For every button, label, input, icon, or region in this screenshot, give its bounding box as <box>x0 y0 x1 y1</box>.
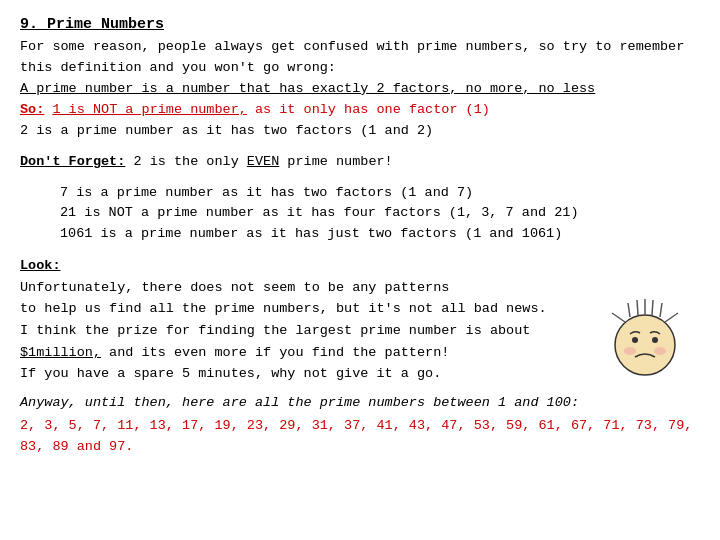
svg-point-2 <box>652 337 658 343</box>
prime-numbers: 2, 3, 5, 7, 11, 13, 17, 19, 23, 29, 31, … <box>20 418 692 454</box>
even-text: EVEN <box>247 154 279 169</box>
intro-text: For some reason, people always get confu… <box>20 39 684 75</box>
so-label: So: 1 is NOT a prime number, as it only … <box>20 102 490 117</box>
anyway-text: Anyway, until then, here are all the pri… <box>20 395 579 410</box>
anyway-section: Anyway, until then, here are all the pri… <box>20 395 700 410</box>
dont-forget-text: 2 is the only <box>125 154 247 169</box>
prime-list: 2, 3, 5, 7, 11, 13, 17, 19, 23, 29, 31, … <box>20 416 700 458</box>
dont-forget-section: Don't Forget: 2 is the only EVEN prime n… <box>20 152 700 173</box>
svg-point-1 <box>632 337 638 343</box>
definition-text: A prime number is a number that has exac… <box>20 81 595 96</box>
so-1-text: 1 is NOT a prime number, <box>52 102 246 117</box>
so-2-text: 2 is a prime number as it has two factor… <box>20 123 433 138</box>
examples-block: 7 is a prime number as it has two factor… <box>60 183 700 246</box>
example3: 1061 is a prime number as it has just tw… <box>60 224 700 245</box>
page-title: 9. Prime Numbers <box>20 16 700 33</box>
svg-line-6 <box>652 300 653 315</box>
svg-line-9 <box>665 313 678 322</box>
svg-line-4 <box>637 300 638 315</box>
definition-main: A prime number is a number that has exac… <box>20 81 595 96</box>
svg-line-3 <box>628 303 630 317</box>
svg-line-7 <box>660 303 662 317</box>
svg-point-11 <box>654 347 666 355</box>
look-section: Look: Unfortunately, there does not seem… <box>20 255 700 385</box>
example2: 21 is NOT a prime number as it has four … <box>60 203 700 224</box>
svg-point-0 <box>615 315 675 375</box>
look-label: Look: <box>20 258 61 273</box>
svg-point-10 <box>624 347 636 355</box>
dont-forget-end: prime number! <box>279 154 392 169</box>
face-decoration <box>600 295 690 385</box>
example1: 7 is a prime number as it has two factor… <box>60 183 700 204</box>
so-1-rest: as it only has one factor (1) <box>247 102 490 117</box>
svg-line-8 <box>612 313 625 322</box>
dont-forget-label: Don't Forget: <box>20 154 125 169</box>
million-text: $1million, <box>20 345 101 360</box>
intro-section: For some reason, people always get confu… <box>20 37 700 142</box>
